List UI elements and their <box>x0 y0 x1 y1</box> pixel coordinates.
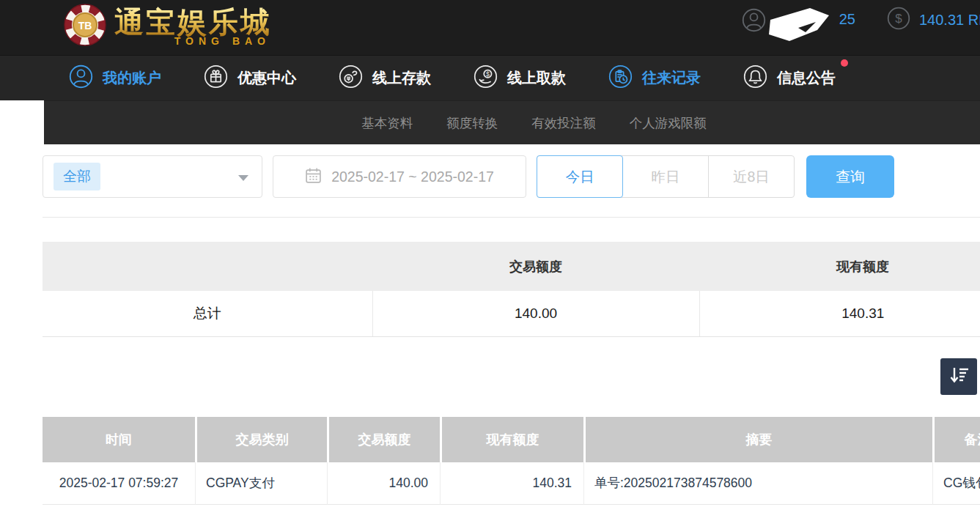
type-select-value: 全部 <box>54 163 100 190</box>
brand-name-en: TONG BAO <box>114 35 272 47</box>
subnav-item-basic-info[interactable]: 基本资料 <box>361 114 413 132</box>
cell-time: 2025-02-17 07:59:27 <box>43 462 195 505</box>
col-header-current-balance: 现有额度 <box>440 417 583 462</box>
account-balance[interactable]: $ 140.31 RMB <box>887 7 980 33</box>
summary-total-row: 总计 140.00 140.31 <box>43 291 980 336</box>
user-avatar-icon <box>742 8 766 35</box>
summary-total-label: 总计 <box>43 291 372 336</box>
col-header-summary: 摘要 <box>583 417 932 462</box>
brand-logo[interactable]: TB 通宝娱乐城 TONG BAO <box>63 3 272 50</box>
user-icon <box>69 64 93 92</box>
nav-item-deposit[interactable]: 线上存款 <box>339 64 431 92</box>
section-divider <box>43 217 980 218</box>
table-header-row: 时间 交易类别 交易额度 现有额度 摘要 备注 <box>43 417 980 462</box>
subnav-item-game-limits[interactable]: 个人游戏限额 <box>630 114 707 132</box>
bell-icon <box>743 64 767 92</box>
summary-header-current-balance: 现有额度 <box>699 242 980 291</box>
svg-text:$: $ <box>895 12 902 26</box>
table-row: 2025-02-17 07:59:27 CGPAY支付 140.00 140.3… <box>43 462 980 505</box>
username-visible-text: 25 <box>839 11 855 28</box>
balance-amount: 140.31 RMB <box>919 12 980 29</box>
type-select[interactable]: 全部 <box>43 155 262 198</box>
nav-item-withdraw[interactable]: $ 线上取款 <box>474 64 566 92</box>
deposit-icon <box>339 64 363 92</box>
records-icon <box>608 64 633 92</box>
summary-balance-total: 140.31 <box>699 291 980 336</box>
cell-trade-amount: 140.00 <box>327 462 440 505</box>
col-header-remark: 备注 <box>932 417 980 462</box>
nav-item-my-account[interactable]: 我的账户 <box>69 64 161 92</box>
subnav-item-valid-bets[interactable]: 有效投注额 <box>531 114 596 132</box>
subnav-item-credit-transfer[interactable]: 额度转换 <box>446 114 498 132</box>
quick-date-today[interactable]: 今日 <box>537 155 623 198</box>
cell-type: CGPAY支付 <box>195 462 327 505</box>
gift-icon <box>204 64 228 92</box>
cell-current-balance: 140.31 <box>440 462 583 505</box>
nav-item-announcements[interactable]: 信息公告 <box>743 64 836 92</box>
col-header-trade-amount: 交易额度 <box>327 417 440 462</box>
quick-date-yesterday[interactable]: 昨日 <box>623 156 708 197</box>
redaction-scribble <box>769 8 830 45</box>
brand-name-cn: 通宝娱乐城 <box>114 6 272 38</box>
filter-bar: 全部 2025-02-17 ~ 2025-02-17 今日 昨日 近8日 查询 <box>43 155 980 198</box>
username: 25 <box>773 7 855 36</box>
quick-date-group: 今日 昨日 近8日 <box>537 155 795 198</box>
nav-item-transaction-records[interactable]: 往来记录 <box>608 64 701 92</box>
main-nav: 我的账户 优惠中心 线上存款 <box>0 55 980 100</box>
quick-date-last-8-days[interactable]: 近8日 <box>709 156 794 197</box>
svg-text:$: $ <box>486 70 490 78</box>
sort-descending-icon <box>948 364 970 389</box>
calendar-icon <box>305 167 322 187</box>
summary-trade-total: 140.00 <box>372 291 699 336</box>
svg-text:TB: TB <box>78 20 92 32</box>
withdraw-icon: $ <box>474 64 498 92</box>
casino-chip-icon: TB <box>63 3 107 50</box>
search-button[interactable]: 查询 <box>806 155 894 198</box>
summary-header-trade-amount: 交易额度 <box>372 242 699 291</box>
sort-descending-button[interactable] <box>940 358 977 395</box>
nav-item-promotions[interactable]: 优惠中心 <box>204 64 296 92</box>
brand-name: 通宝娱乐城 TONG BAO <box>114 6 272 47</box>
date-range-value: 2025-02-17 ~ 2025-02-17 <box>331 169 494 185</box>
cell-remark: CG钱包 <box>932 462 980 505</box>
top-header: TB 通宝娱乐城 TONG BAO 25 <box>0 0 980 55</box>
summary-table: 交易额度 现有额度 总计 140.00 140.31 <box>43 242 980 337</box>
transactions-table: 时间 交易类别 交易额度 现有额度 摘要 备注 2025-02-17 07:59… <box>43 417 980 505</box>
date-range-input[interactable]: 2025-02-17 ~ 2025-02-17 <box>273 155 526 198</box>
summary-header-row: 交易额度 现有额度 <box>43 242 980 291</box>
sub-nav: 基本资料 额度转换 有效投注额 个人游戏限额 <box>44 100 980 144</box>
dollar-coin-icon: $ <box>887 7 910 33</box>
summary-header-empty <box>43 242 372 291</box>
chevron-down-icon <box>238 175 248 181</box>
cell-summary: 单号:202502173874578600 <box>583 462 932 505</box>
col-header-time: 时间 <box>43 417 195 462</box>
col-header-type: 交易类别 <box>195 417 327 462</box>
user-account[interactable]: 25 <box>742 7 855 36</box>
notification-dot <box>841 59 848 67</box>
